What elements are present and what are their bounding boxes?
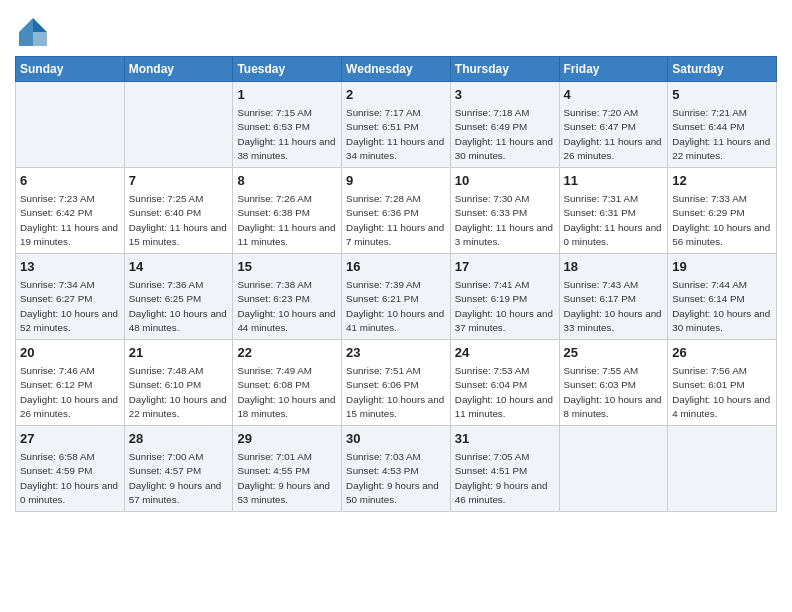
day-number: 9 <box>346 172 446 190</box>
day-info: Sunrise: 7:03 AM Sunset: 4:53 PM Dayligh… <box>346 450 446 507</box>
calendar-day: 21Sunrise: 7:48 AM Sunset: 6:10 PM Dayli… <box>124 340 233 426</box>
day-info: Sunrise: 7:55 AM Sunset: 6:03 PM Dayligh… <box>564 364 664 421</box>
day-info: Sunrise: 7:00 AM Sunset: 4:57 PM Dayligh… <box>129 450 229 507</box>
day-info: Sunrise: 7:21 AM Sunset: 6:44 PM Dayligh… <box>672 106 772 163</box>
day-number: 31 <box>455 430 555 448</box>
calendar-day: 7Sunrise: 7:25 AM Sunset: 6:40 PM Daylig… <box>124 168 233 254</box>
calendar-day: 8Sunrise: 7:26 AM Sunset: 6:38 PM Daylig… <box>233 168 342 254</box>
weekday-header: Tuesday <box>233 57 342 82</box>
calendar-day: 26Sunrise: 7:56 AM Sunset: 6:01 PM Dayli… <box>668 340 777 426</box>
calendar-day: 3Sunrise: 7:18 AM Sunset: 6:49 PM Daylig… <box>450 82 559 168</box>
day-number: 10 <box>455 172 555 190</box>
day-info: Sunrise: 7:25 AM Sunset: 6:40 PM Dayligh… <box>129 192 229 249</box>
day-info: Sunrise: 7:44 AM Sunset: 6:14 PM Dayligh… <box>672 278 772 335</box>
day-info: Sunrise: 7:20 AM Sunset: 6:47 PM Dayligh… <box>564 106 664 163</box>
day-number: 26 <box>672 344 772 362</box>
day-number: 8 <box>237 172 337 190</box>
day-info: Sunrise: 7:26 AM Sunset: 6:38 PM Dayligh… <box>237 192 337 249</box>
day-info: Sunrise: 7:23 AM Sunset: 6:42 PM Dayligh… <box>20 192 120 249</box>
calendar-day: 10Sunrise: 7:30 AM Sunset: 6:33 PM Dayli… <box>450 168 559 254</box>
day-number: 22 <box>237 344 337 362</box>
day-info: Sunrise: 7:38 AM Sunset: 6:23 PM Dayligh… <box>237 278 337 335</box>
day-info: Sunrise: 6:58 AM Sunset: 4:59 PM Dayligh… <box>20 450 120 507</box>
calendar-day <box>16 82 125 168</box>
day-info: Sunrise: 7:34 AM Sunset: 6:27 PM Dayligh… <box>20 278 120 335</box>
calendar-week: 13Sunrise: 7:34 AM Sunset: 6:27 PM Dayli… <box>16 254 777 340</box>
calendar-day: 13Sunrise: 7:34 AM Sunset: 6:27 PM Dayli… <box>16 254 125 340</box>
calendar-day: 20Sunrise: 7:46 AM Sunset: 6:12 PM Dayli… <box>16 340 125 426</box>
day-number: 12 <box>672 172 772 190</box>
day-info: Sunrise: 7:49 AM Sunset: 6:08 PM Dayligh… <box>237 364 337 421</box>
day-info: Sunrise: 7:05 AM Sunset: 4:51 PM Dayligh… <box>455 450 555 507</box>
calendar-day <box>668 426 777 512</box>
calendar-week: 20Sunrise: 7:46 AM Sunset: 6:12 PM Dayli… <box>16 340 777 426</box>
calendar-day: 16Sunrise: 7:39 AM Sunset: 6:21 PM Dayli… <box>342 254 451 340</box>
calendar-day: 22Sunrise: 7:49 AM Sunset: 6:08 PM Dayli… <box>233 340 342 426</box>
day-number: 23 <box>346 344 446 362</box>
day-number: 19 <box>672 258 772 276</box>
day-number: 1 <box>237 86 337 104</box>
day-number: 4 <box>564 86 664 104</box>
calendar-day: 29Sunrise: 7:01 AM Sunset: 4:55 PM Dayli… <box>233 426 342 512</box>
day-number: 13 <box>20 258 120 276</box>
day-number: 28 <box>129 430 229 448</box>
day-number: 25 <box>564 344 664 362</box>
day-info: Sunrise: 7:28 AM Sunset: 6:36 PM Dayligh… <box>346 192 446 249</box>
day-number: 18 <box>564 258 664 276</box>
day-info: Sunrise: 7:46 AM Sunset: 6:12 PM Dayligh… <box>20 364 120 421</box>
day-number: 6 <box>20 172 120 190</box>
day-number: 3 <box>455 86 555 104</box>
calendar-day: 23Sunrise: 7:51 AM Sunset: 6:06 PM Dayli… <box>342 340 451 426</box>
day-number: 27 <box>20 430 120 448</box>
day-number: 16 <box>346 258 446 276</box>
day-number: 20 <box>20 344 120 362</box>
logo <box>15 14 55 50</box>
day-number: 14 <box>129 258 229 276</box>
day-number: 5 <box>672 86 772 104</box>
day-info: Sunrise: 7:31 AM Sunset: 6:31 PM Dayligh… <box>564 192 664 249</box>
calendar-week: 27Sunrise: 6:58 AM Sunset: 4:59 PM Dayli… <box>16 426 777 512</box>
day-number: 21 <box>129 344 229 362</box>
day-number: 2 <box>346 86 446 104</box>
calendar-day: 4Sunrise: 7:20 AM Sunset: 6:47 PM Daylig… <box>559 82 668 168</box>
day-info: Sunrise: 7:18 AM Sunset: 6:49 PM Dayligh… <box>455 106 555 163</box>
calendar-day: 31Sunrise: 7:05 AM Sunset: 4:51 PM Dayli… <box>450 426 559 512</box>
weekday-header: Friday <box>559 57 668 82</box>
day-info: Sunrise: 7:53 AM Sunset: 6:04 PM Dayligh… <box>455 364 555 421</box>
calendar-day: 6Sunrise: 7:23 AM Sunset: 6:42 PM Daylig… <box>16 168 125 254</box>
day-info: Sunrise: 7:15 AM Sunset: 6:53 PM Dayligh… <box>237 106 337 163</box>
calendar-day: 27Sunrise: 6:58 AM Sunset: 4:59 PM Dayli… <box>16 426 125 512</box>
weekday-header: Wednesday <box>342 57 451 82</box>
calendar-day: 5Sunrise: 7:21 AM Sunset: 6:44 PM Daylig… <box>668 82 777 168</box>
svg-marker-2 <box>33 32 47 46</box>
calendar-week: 1Sunrise: 7:15 AM Sunset: 6:53 PM Daylig… <box>16 82 777 168</box>
calendar-day <box>124 82 233 168</box>
day-info: Sunrise: 7:48 AM Sunset: 6:10 PM Dayligh… <box>129 364 229 421</box>
day-number: 30 <box>346 430 446 448</box>
day-info: Sunrise: 7:33 AM Sunset: 6:29 PM Dayligh… <box>672 192 772 249</box>
calendar-day: 12Sunrise: 7:33 AM Sunset: 6:29 PM Dayli… <box>668 168 777 254</box>
day-info: Sunrise: 7:17 AM Sunset: 6:51 PM Dayligh… <box>346 106 446 163</box>
calendar-day: 2Sunrise: 7:17 AM Sunset: 6:51 PM Daylig… <box>342 82 451 168</box>
day-info: Sunrise: 7:36 AM Sunset: 6:25 PM Dayligh… <box>129 278 229 335</box>
day-number: 7 <box>129 172 229 190</box>
day-info: Sunrise: 7:01 AM Sunset: 4:55 PM Dayligh… <box>237 450 337 507</box>
day-number: 17 <box>455 258 555 276</box>
calendar-header: SundayMondayTuesdayWednesdayThursdayFrid… <box>16 57 777 82</box>
calendar-day: 28Sunrise: 7:00 AM Sunset: 4:57 PM Dayli… <box>124 426 233 512</box>
calendar-day: 24Sunrise: 7:53 AM Sunset: 6:04 PM Dayli… <box>450 340 559 426</box>
weekday-header: Monday <box>124 57 233 82</box>
day-info: Sunrise: 7:41 AM Sunset: 6:19 PM Dayligh… <box>455 278 555 335</box>
calendar-week: 6Sunrise: 7:23 AM Sunset: 6:42 PM Daylig… <box>16 168 777 254</box>
page-header <box>15 10 777 50</box>
logo-icon <box>15 14 51 50</box>
day-info: Sunrise: 7:43 AM Sunset: 6:17 PM Dayligh… <box>564 278 664 335</box>
calendar-day: 9Sunrise: 7:28 AM Sunset: 6:36 PM Daylig… <box>342 168 451 254</box>
calendar-day: 1Sunrise: 7:15 AM Sunset: 6:53 PM Daylig… <box>233 82 342 168</box>
calendar-day: 25Sunrise: 7:55 AM Sunset: 6:03 PM Dayli… <box>559 340 668 426</box>
day-number: 15 <box>237 258 337 276</box>
day-info: Sunrise: 7:51 AM Sunset: 6:06 PM Dayligh… <box>346 364 446 421</box>
calendar-day: 19Sunrise: 7:44 AM Sunset: 6:14 PM Dayli… <box>668 254 777 340</box>
calendar-body: 1Sunrise: 7:15 AM Sunset: 6:53 PM Daylig… <box>16 82 777 512</box>
day-info: Sunrise: 7:56 AM Sunset: 6:01 PM Dayligh… <box>672 364 772 421</box>
